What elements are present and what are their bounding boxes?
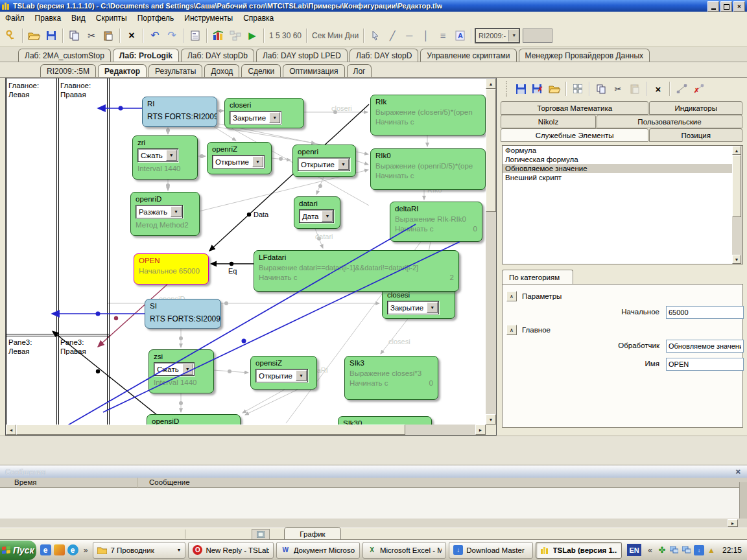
- menu-edit[interactable]: Правка: [30, 12, 67, 24]
- messages-col-message[interactable]: Сообщение: [149, 478, 190, 486]
- node-closeri-dropdown[interactable]: Закрытие▼: [230, 111, 281, 124]
- list-item-external-script[interactable]: Внешний скрипт: [503, 173, 742, 182]
- dropdown-arrow-icon[interactable]: ▼: [269, 112, 280, 123]
- menu-file[interactable]: Файл: [0, 12, 30, 24]
- palette-tab-service-elements[interactable]: Служебные Элементы: [501, 128, 648, 142]
- node-closesi-dropdown[interactable]: Закрытие▼: [387, 301, 439, 314]
- palette-list-scrollbar[interactable]: ▲ ▼: [732, 146, 742, 264]
- delete-icon[interactable]: ×: [124, 28, 139, 43]
- interval-box[interactable]: [523, 29, 552, 43]
- list-scroll-thumb[interactable]: [732, 155, 741, 217]
- quicklaunch-browser-icon[interactable]: e: [67, 544, 78, 555]
- tab-log[interactable]: Лог: [347, 64, 372, 77]
- quicklaunch-paint-icon[interactable]: [54, 544, 65, 555]
- dropdown-arrow-icon[interactable]: ▼: [338, 159, 349, 170]
- canvas-vscrollbar[interactable]: ▲ ▼: [486, 78, 496, 425]
- tab-optimization[interactable]: Оптимизация: [283, 64, 344, 77]
- dropdown-arrow-icon[interactable]: ▼: [171, 206, 182, 217]
- toolbar-grip[interactable]: [506, 81, 509, 97]
- node-sik30[interactable]: SIk30: [338, 416, 432, 425]
- fibo-tool-icon[interactable]: ≡: [435, 28, 451, 43]
- node-openriz[interactable]: openriZ Открытие▼: [207, 142, 272, 174]
- tab-agent[interactable]: RI2009:-:5M: [40, 64, 96, 77]
- node-closeri[interactable]: closeri Закрытие▼: [224, 98, 304, 128]
- node-opensiz[interactable]: opensiZ Открытие▼: [250, 356, 317, 390]
- dropdown-arrow-icon[interactable]: ▼: [182, 364, 193, 375]
- menu-view[interactable]: Вид: [66, 12, 91, 24]
- messages-col-time[interactable]: Время: [14, 478, 37, 486]
- list-item-updatable-value[interactable]: Обновляемое значение: [503, 164, 742, 173]
- tab-results[interactable]: Результаты: [148, 64, 202, 77]
- tray-collapse-icon[interactable]: «: [648, 546, 652, 555]
- canvas-hscrollbar[interactable]: ◄ ►: [6, 425, 486, 435]
- task-explorer-group[interactable]: 7 Проводник ▼: [93, 542, 185, 559]
- save-script-icon[interactable]: [513, 81, 528, 97]
- node-si[interactable]: SI RTS FORTS:SI2009: [145, 299, 221, 329]
- palette-tab-custom[interactable]: Пользовательские: [597, 115, 742, 128]
- chart-bottom-tab[interactable]: График: [284, 527, 341, 541]
- scroll-right-icon[interactable]: ►: [475, 425, 486, 435]
- messages-list[interactable]: [0, 488, 747, 519]
- node-open[interactable]: OPEN Начальное 65000: [134, 253, 209, 285]
- diagram-icon[interactable]: [228, 28, 243, 43]
- node-zri[interactable]: zri Сжать▼ Interval 1440: [132, 135, 198, 180]
- network-tray-icon[interactable]: [669, 545, 680, 555]
- node-openri-dropdown[interactable]: Открытие▼: [298, 158, 350, 171]
- tab-lab-2ma-customstop[interactable]: Лаб: 2MA_customStop: [18, 49, 111, 62]
- text-tool-icon[interactable]: A: [452, 28, 468, 43]
- dropdown-arrow-icon[interactable]: ▼: [166, 150, 177, 161]
- dropdown-arrow-icon[interactable]: ▼: [322, 211, 333, 222]
- connect-blocks-icon[interactable]: [674, 81, 689, 97]
- quicklaunch-ie-icon[interactable]: e: [40, 544, 51, 555]
- antivirus-tray-icon[interactable]: ▲: [706, 545, 717, 555]
- vline-tool-icon[interactable]: │: [418, 28, 434, 43]
- node-rik0[interactable]: RIk0 Выражение (openriD/5)*(ope Начинать…: [370, 148, 486, 190]
- copy-block-icon[interactable]: [593, 81, 609, 97]
- task-tslab[interactable]: TSLab (версия 1....: [536, 542, 622, 559]
- node-openrid-dropdown[interactable]: Разжать▼: [136, 205, 183, 218]
- node-closesi[interactable]: closesi Закрытие▼: [382, 288, 455, 319]
- menu-portfolio[interactable]: Портфель: [132, 12, 180, 24]
- node-zri-dropdown[interactable]: Сжать▼: [137, 148, 178, 162]
- tray-clock[interactable]: 22:15: [722, 546, 742, 555]
- key-icon[interactable]: [3, 28, 19, 43]
- group-dropdown-icon[interactable]: ▼: [176, 548, 181, 552]
- minimize-button[interactable]: [707, 1, 719, 12]
- cut-block-icon[interactable]: ✂: [610, 81, 626, 97]
- tab-lab-day-stopd-lped[interactable]: Лаб: DAY stopD LPED: [256, 49, 348, 62]
- scroll-up-icon[interactable]: ▲: [486, 78, 496, 89]
- node-zsi[interactable]: zsi Сжать▼ Interval 1440: [148, 349, 214, 393]
- scroll-up-icon[interactable]: ▲: [732, 146, 741, 155]
- palette-tab-nikolz[interactable]: Nikolz: [501, 115, 596, 128]
- load-script-icon[interactable]: [547, 81, 562, 97]
- messages-close-icon[interactable]: ×: [735, 467, 741, 476]
- scroll-left-icon[interactable]: ◄: [6, 425, 16, 435]
- scroll-down-icon[interactable]: ▼: [486, 414, 496, 425]
- palette-tab-trading-math[interactable]: Торговая Математика: [501, 101, 648, 115]
- close-button[interactable]: ×: [733, 1, 745, 12]
- paste-block-icon[interactable]: [627, 81, 643, 97]
- timeframe-units[interactable]: Сек Мин Дни: [310, 31, 361, 40]
- palette-tab-indicators[interactable]: Индикаторы: [649, 101, 742, 115]
- trendline-tool-icon[interactable]: ╱: [385, 28, 400, 43]
- palette-tab-position[interactable]: Позиция: [649, 128, 742, 142]
- node-opensid[interactable]: opensiD: [147, 414, 241, 425]
- paste-icon[interactable]: [101, 28, 116, 43]
- field-input-handler[interactable]: [666, 340, 744, 353]
- start-button[interactable]: Пуск: [0, 541, 36, 560]
- node-sik3[interactable]: SIk3 Выражение closesi*3 Начинать с0: [344, 356, 438, 400]
- properties-tab-by-category[interactable]: По категориям: [502, 270, 573, 284]
- node-deltari[interactable]: deltaRI Выражение RIk-RIk0 Начинать с0: [390, 202, 482, 242]
- node-ri[interactable]: RI RTS FORTS:RI2009: [142, 97, 217, 127]
- scroll-down-icon[interactable]: ▼: [732, 255, 741, 264]
- task-word-doc[interactable]: W Документ Microso...: [276, 542, 360, 559]
- tab-income[interactable]: Доход: [204, 64, 239, 77]
- collapse-section-icon[interactable]: ∧: [506, 291, 517, 301]
- field-input-initial[interactable]: [666, 306, 744, 319]
- language-indicator[interactable]: EN: [627, 544, 641, 556]
- cut-icon[interactable]: ✂: [84, 28, 99, 43]
- node-datari-dropdown[interactable]: Дата▼: [299, 209, 334, 223]
- node-opensiz-dropdown[interactable]: Открытие▼: [255, 369, 308, 382]
- downloader-tray-icon[interactable]: ↓: [694, 545, 704, 555]
- field-input-name[interactable]: [666, 358, 744, 371]
